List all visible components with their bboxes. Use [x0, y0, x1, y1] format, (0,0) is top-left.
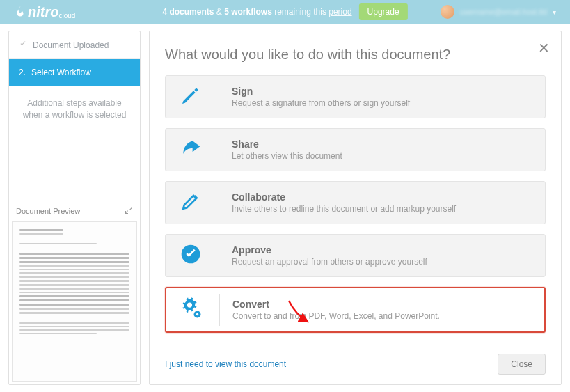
- step-uploaded[interactable]: Document Uploaded: [9, 31, 140, 59]
- quota-banner: 4 documents & 5 workflows remaining this…: [162, 3, 407, 20]
- quota-wf-word: workflows: [231, 7, 272, 17]
- quota-period-link[interactable]: period: [328, 7, 351, 17]
- highlighter-icon: [180, 190, 202, 215]
- card-title: Collaborate: [232, 191, 456, 203]
- expand-icon[interactable]: [125, 206, 133, 216]
- panel-title: What would you like to do with this docu…: [165, 47, 546, 63]
- step-select-workflow[interactable]: 2. Select Workflow: [9, 59, 140, 86]
- quota-amp: &: [216, 7, 222, 17]
- card-title: Share: [232, 139, 342, 150]
- close-button[interactable]: Close: [498, 354, 546, 375]
- avatar: [441, 5, 454, 19]
- top-bar: nitro cloud 4 documents & 5 workflows re…: [0, 0, 570, 24]
- card-sign[interactable]: Sign Request a signature from others or …: [165, 75, 546, 118]
- quota-remaining: remaining this: [274, 7, 326, 17]
- step-uploaded-label: Document Uploaded: [33, 40, 109, 50]
- preview-label: Document Preview: [16, 207, 80, 215]
- step-number: 2.: [19, 68, 26, 77]
- quota-docs-num: 4: [162, 7, 167, 17]
- user-menu[interactable]: username@email.host.tld ▾: [441, 5, 556, 19]
- sidebar: Document Uploaded 2. Select Workflow Add…: [8, 31, 141, 385]
- quota-wf-num: 5: [224, 7, 229, 17]
- card-title: Sign: [232, 86, 410, 97]
- close-icon[interactable]: ✕: [538, 40, 550, 56]
- card-share[interactable]: Share Let others view this document: [165, 128, 546, 171]
- pen-nib-icon: [180, 84, 202, 109]
- username: username@email.host.tld: [460, 8, 547, 16]
- gears-icon: [180, 297, 203, 323]
- upgrade-button[interactable]: Upgrade: [359, 3, 408, 20]
- brand-logo: nitro cloud: [14, 4, 75, 20]
- sidebar-note: Additional steps available when a workfl…: [9, 86, 140, 132]
- card-convert[interactable]: Convert Convert to and from PDF, Word, E…: [165, 287, 546, 333]
- brand-name: nitro: [28, 5, 58, 19]
- document-thumbnail[interactable]: [12, 221, 137, 382]
- check-circle-icon: [180, 243, 202, 268]
- chevron-down-icon: ▾: [553, 8, 556, 16]
- preview-header: Document Preview: [9, 201, 140, 221]
- card-desc: Invite others to redline this document o…: [232, 204, 456, 214]
- card-desc: Convert to and from PDF, Word, Excel, an…: [232, 311, 440, 321]
- card-title: Approve: [232, 244, 427, 256]
- step-select-workflow-label: Select Workflow: [31, 68, 91, 77]
- card-approve[interactable]: Approve Request an approval from others …: [165, 234, 546, 277]
- svg-point-2: [196, 313, 198, 315]
- panel-footer: I just need to view this document Close: [165, 343, 546, 375]
- quota-message: 4 documents & 5 workflows remaining this…: [162, 7, 351, 17]
- check-icon: [19, 40, 27, 50]
- share-arrow-icon: [180, 137, 202, 162]
- quota-docs-word: documents: [169, 7, 214, 17]
- workflow-panel: ✕ What would you like to do with this do…: [149, 31, 562, 385]
- card-title: Convert: [232, 299, 440, 310]
- flame-icon: [14, 4, 26, 20]
- card-desc: Request an approval from others or appro…: [232, 257, 427, 267]
- brand-sub: cloud: [58, 12, 75, 19]
- card-desc: Request a signature from others or sign …: [232, 98, 410, 108]
- main-area: Document Uploaded 2. Select Workflow Add…: [0, 24, 570, 392]
- workflow-cards: Sign Request a signature from others or …: [165, 75, 546, 333]
- view-document-link[interactable]: I just need to view this document: [165, 359, 286, 369]
- card-desc: Let others view this document: [232, 151, 342, 161]
- card-collaborate[interactable]: Collaborate Invite others to redline thi…: [165, 181, 546, 224]
